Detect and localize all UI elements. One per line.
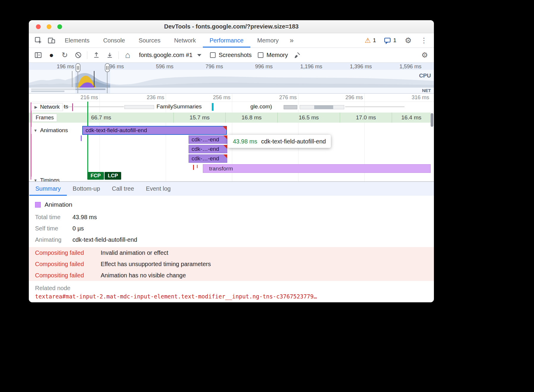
self-time-value: 0 µs xyxy=(72,225,84,232)
warning-corner-icon xyxy=(223,135,227,139)
total-time-label: Total time xyxy=(35,214,72,221)
warning-label: Compositing failed xyxy=(35,261,101,268)
network-track-label: Network xyxy=(40,104,60,110)
animation-bar-small[interactable]: cdk-…-end xyxy=(189,135,227,144)
messages-button[interactable]: 1 xyxy=(381,37,399,44)
selection-left-handle[interactable] xyxy=(75,63,80,72)
frame-cell[interactable]: 16.4 ms xyxy=(392,113,431,123)
overview-tick: 596 ms xyxy=(156,64,173,70)
warning-text: Invalid animation or effect xyxy=(101,249,168,256)
overview-tick: 196 ms xyxy=(57,64,74,70)
total-time-row: Total time 43.98 ms xyxy=(35,211,434,223)
gear-icon: ⚙ xyxy=(405,36,412,45)
timings-track-label: Timings xyxy=(40,177,60,181)
memory-checkbox[interactable]: Memory xyxy=(258,52,288,59)
vertical-scrollbar-thumb[interactable] xyxy=(431,113,433,127)
animation-tooltip: 43.98 ms cdk-text-field-autofill-end xyxy=(228,135,331,148)
animation-bar-label: cdk-…-end xyxy=(192,155,219,162)
lcp-badge[interactable]: LCP xyxy=(105,172,121,180)
toggle-sidebar-button[interactable] xyxy=(34,51,42,60)
collapse-icon: ▼ xyxy=(34,128,37,133)
timeline-overview[interactable]: 196 ms 396 ms 596 ms 796 ms 996 ms 1,196… xyxy=(29,63,434,94)
traffic-lights xyxy=(36,24,62,29)
network-request-bar[interactable] xyxy=(300,105,344,109)
ruler-tick: 296 ms xyxy=(345,94,363,101)
overview-tick: 996 ms xyxy=(255,64,273,70)
tab-network[interactable]: Network xyxy=(167,33,203,48)
minimize-window-button[interactable] xyxy=(47,24,51,29)
tab-summary[interactable]: Summary xyxy=(29,182,67,196)
device-toolbar-button[interactable] xyxy=(45,33,58,48)
network-item-label: FamilySummaries xyxy=(157,103,202,110)
frames-track-label: Frames xyxy=(36,115,54,121)
summary-panel: Animation Total time 43.98 ms Self time … xyxy=(29,196,434,302)
main-menu-button[interactable]: ⋮ xyxy=(418,37,430,45)
zoom-window-button[interactable] xyxy=(57,24,62,29)
inspect-element-button[interactable] xyxy=(32,33,45,48)
animations-track-header[interactable]: ▼ Animations xyxy=(31,127,70,134)
devtools-window: DevTools - fonts.google.com/?preview.siz… xyxy=(29,20,434,302)
close-window-button[interactable] xyxy=(36,24,41,29)
screenshots-checkbox[interactable]: Screenshots xyxy=(210,52,252,59)
frame-cell[interactable]: 16.5 ms xyxy=(278,113,340,123)
network-request-bar[interactable] xyxy=(284,105,297,109)
warning-text: Animation has no visible change xyxy=(101,272,186,279)
animation-bar-small[interactable]: cdk-…-end xyxy=(189,145,227,153)
related-node-link[interactable]: textarea#mat-input-2.mat-mdc-input-eleme… xyxy=(35,293,434,300)
animation-color-swatch xyxy=(35,202,41,208)
tab-bottom-up[interactable]: Bottom-up xyxy=(67,182,106,196)
tab-call-tree[interactable]: Call tree xyxy=(106,182,140,196)
kebab-menu-icon: ⋮ xyxy=(421,37,427,45)
frames-track-header[interactable]: Frames xyxy=(32,114,57,122)
desktop-background: DevTools - fonts.google.com/?preview.siz… xyxy=(0,0,534,392)
network-request-line[interactable] xyxy=(74,106,124,107)
web-vitals-badges: FCP LCP xyxy=(87,172,121,180)
ruler-tick: 216 ms xyxy=(80,94,98,101)
network-request-bar[interactable] xyxy=(124,105,154,109)
checkbox-icon xyxy=(258,52,263,58)
ruler-tick: 316 ms xyxy=(412,94,429,101)
tab-event-log[interactable]: Event log xyxy=(140,182,176,196)
chevron-double-icon: » xyxy=(290,36,293,45)
more-tabs-button[interactable]: » xyxy=(285,33,298,48)
timings-track-header[interactable]: ▼ Timings xyxy=(31,177,62,181)
animations-track-label: Animations xyxy=(40,127,68,134)
animation-event-tick xyxy=(193,165,194,170)
clear-recording-button[interactable] xyxy=(74,51,83,60)
history-select[interactable]: fonts.google.com #1 xyxy=(139,52,201,59)
live-metrics-button[interactable]: ⌂ xyxy=(123,51,132,60)
load-profile-button[interactable] xyxy=(92,51,101,60)
animation-bar-transform[interactable]: transform xyxy=(203,164,431,173)
network-request-line[interactable] xyxy=(345,106,405,107)
settings-button[interactable]: ⚙ xyxy=(402,36,415,45)
overview-tick: 1,596 ms xyxy=(399,64,421,70)
animation-bar-small[interactable]: cdk-…-end xyxy=(189,154,227,163)
animation-bar-label: transform xyxy=(209,165,233,172)
collect-garbage-button[interactable] xyxy=(293,51,301,60)
save-profile-button[interactable] xyxy=(105,51,114,60)
tab-performance[interactable]: Performance xyxy=(203,33,251,48)
record-button[interactable]: ● xyxy=(47,51,56,60)
inspect-cursor-icon xyxy=(34,37,42,45)
issues-warning-button[interactable]: ⚠ 1 xyxy=(362,37,378,44)
reload-and-record-button[interactable]: ↻ xyxy=(60,51,69,60)
performance-toolbar: ● ↻ xyxy=(29,48,434,63)
tab-console[interactable]: Console xyxy=(96,33,132,48)
tab-elements[interactable]: Elements xyxy=(58,33,96,48)
timeline-detail[interactable]: 216 ms 236 ms 256 ms 276 ms 296 ms 316 m… xyxy=(29,94,434,181)
tab-sources[interactable]: Sources xyxy=(132,33,167,48)
frame-cell[interactable]: 15.7 ms xyxy=(174,113,226,123)
network-item-label: ts xyxy=(64,103,68,110)
reload-icon: ↻ xyxy=(62,51,68,59)
tab-memory[interactable]: Memory xyxy=(250,33,285,48)
devtools-tabbar: Elements Console Sources Network Perform… xyxy=(29,33,434,48)
device-toolbar-icon xyxy=(48,37,56,45)
dropdown-caret-icon xyxy=(197,54,201,56)
network-track-header[interactable]: ▶ Network xyxy=(31,103,63,111)
animation-bar-main[interactable]: cdk-text-field-autofill-end xyxy=(82,126,227,135)
capture-settings-button[interactable]: ⚙ xyxy=(420,51,429,60)
frame-cell[interactable]: 17.0 ms xyxy=(340,113,392,123)
fcp-badge[interactable]: FCP xyxy=(87,172,104,180)
frame-cell[interactable]: 16.8 ms xyxy=(226,113,278,123)
selection-right-handle[interactable] xyxy=(105,63,110,72)
